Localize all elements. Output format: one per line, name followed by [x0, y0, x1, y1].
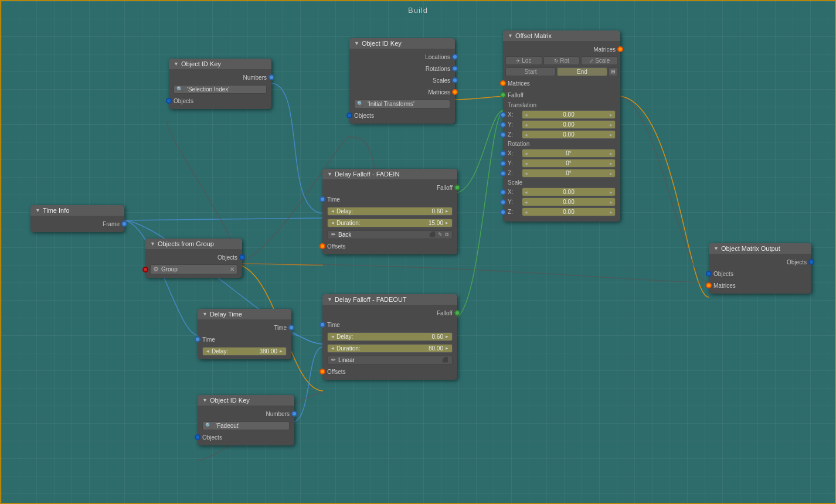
delay-falloff-fadeout-node: ▼ Delay Falloff - FADEOUT Falloff Time ◂…: [322, 294, 457, 380]
y-rot-socket[interactable]: [500, 161, 506, 166]
linear-dropdown[interactable]: ✏ Linear ⬛: [327, 356, 453, 365]
duration-field-fadein[interactable]: ◂ Duration: 15.00 ▸: [327, 219, 453, 227]
x-rot-field[interactable]: ◂ 0° ▸: [522, 149, 616, 158]
offsets-label-fadein: Offsets: [327, 243, 346, 250]
matrices-in-socket-output[interactable]: [706, 282, 712, 288]
z-trans-socket[interactable]: [500, 132, 506, 138]
x-trans-row: X: ◂ 0.00 ▸: [503, 110, 620, 120]
z-rot-field[interactable]: ◂ 0° ▸: [522, 169, 616, 178]
edit-icon-fadein[interactable]: ✎: [438, 231, 443, 237]
matrices-in-row-output: Matrices: [709, 280, 811, 291]
collapse-icon2[interactable]: ▼: [150, 241, 155, 247]
frame-socket-out[interactable]: [121, 221, 127, 227]
scales-socket[interactable]: [452, 77, 458, 83]
start-button[interactable]: Start: [505, 67, 556, 76]
matrices-out-socket[interactable]: [617, 46, 623, 52]
delay-label-fadein: Delay:: [337, 208, 353, 214]
clear-icon[interactable]: ✕: [230, 266, 235, 273]
locations-socket[interactable]: [452, 54, 458, 60]
x-scale-socket[interactable]: [500, 189, 506, 195]
object-id-key-1-node: ▼ Object ID Key Numbers 🔍 'Selection Ind…: [169, 59, 271, 109]
delay-field-delaytime[interactable]: ◂ Delay: 380.00 ▸: [202, 347, 287, 356]
objects-socket-in-2[interactable]: [346, 113, 352, 118]
group-field[interactable]: ⚙ Group ✕: [150, 264, 237, 274]
falloff-socket-fadeout[interactable]: [454, 310, 460, 316]
object-id-key-1-title: Object ID Key: [181, 60, 221, 67]
collapse-icon10[interactable]: ▼: [713, 246, 719, 251]
rotations-label: Rotations: [426, 66, 450, 72]
matrices-in-socket[interactable]: [500, 80, 506, 86]
falloff-socket-fadein[interactable]: [454, 185, 460, 190]
numbers-socket-out-3[interactable]: [291, 411, 297, 417]
collapse-icon3[interactable]: ▼: [174, 61, 179, 67]
objects-socket-in-3[interactable]: [195, 434, 200, 440]
z-scale-label: Z:: [508, 209, 519, 215]
collapse-icon9[interactable]: ▼: [508, 33, 513, 39]
z-scale-socket[interactable]: [500, 209, 506, 215]
matrices-socket-out[interactable]: [452, 89, 458, 95]
numbers-socket-out[interactable]: [269, 74, 274, 80]
window-title: Build: [408, 6, 428, 15]
objects-in-socket-output[interactable]: [706, 271, 712, 277]
rotations-socket[interactable]: [452, 66, 458, 71]
objects-in-label-output: Objects: [713, 271, 733, 277]
delay-field-fadein[interactable]: ◂ Delay: 0.60 ▸: [327, 207, 453, 216]
collapse-icon5[interactable]: ▼: [327, 171, 332, 177]
objects-in-row-1: Objects: [169, 95, 271, 107]
offsets-socket-fadein[interactable]: [320, 243, 325, 249]
collapse-icon8[interactable]: ▼: [202, 397, 208, 403]
z-rot-socket[interactable]: [500, 171, 506, 176]
collapse-icon7[interactable]: ▼: [202, 311, 208, 317]
object-id-key-3-title: Object ID Key: [210, 397, 250, 404]
copy-icon-fadein[interactable]: ⧉: [445, 231, 448, 238]
delay-value-fadeout: 0.60: [353, 333, 443, 340]
x-rot-arrow-r: ▸: [610, 151, 613, 156]
z-scale-field[interactable]: ◂ 0.00 ▸: [522, 207, 616, 216]
node-editor-canvas[interactable]: Build: [0, 0, 836, 504]
delay-row-fadein: ◂ Delay: 0.60 ▸: [322, 205, 457, 217]
time-in-socket-delaytime[interactable]: [195, 336, 200, 342]
y-scale-socket[interactable]: [500, 199, 506, 205]
objects-out-socket-output[interactable]: [808, 259, 814, 265]
initial-transforms-field[interactable]: 🔍 'Initial Transforms': [354, 100, 450, 108]
y-trans-label: Y:: [508, 121, 519, 128]
x-scale-field[interactable]: ◂ 0.00 ▸: [522, 188, 616, 196]
object-id-key-2-node: ▼ Object ID Key Locations Rotations Scal…: [349, 38, 455, 124]
falloff-out-row-fadein: Falloff: [322, 182, 457, 193]
objects-socket-out[interactable]: [239, 254, 245, 260]
back-dropdown[interactable]: ✏ Back ⬛ ✎ ⧉: [327, 230, 453, 239]
collapse-icon6[interactable]: ▼: [327, 297, 332, 302]
falloff-in-socket[interactable]: [500, 92, 506, 98]
x-trans-field[interactable]: ◂ 0.00 ▸: [522, 110, 616, 119]
fadeout-field[interactable]: 🔍 'Fadeout': [202, 421, 290, 430]
collapse-icon4[interactable]: ▼: [354, 40, 359, 46]
rot-tab[interactable]: ↻ Rot: [543, 56, 580, 65]
x-trans-socket[interactable]: [500, 112, 506, 118]
x-rot-socket[interactable]: [500, 151, 506, 156]
translation-section: Translation: [503, 101, 620, 110]
delay-row-delaytime: ◂ Delay: 380.00 ▸: [198, 345, 291, 357]
delay-label-fadeout: Delay:: [337, 333, 353, 340]
y-rot-field[interactable]: ◂ 0° ▸: [522, 159, 616, 168]
z-trans-field[interactable]: ◂ 0.00 ▸: [522, 130, 616, 139]
y-trans-field[interactable]: ◂ 0.00 ▸: [522, 120, 616, 129]
offset-matrix-header: ▼ Offset Matrix: [503, 30, 620, 41]
delay-field-fadeout[interactable]: ◂ Delay: 0.60 ▸: [327, 332, 453, 341]
scale-tab[interactable]: ⤢ Scale: [581, 56, 618, 65]
grid-icon[interactable]: ⊞: [609, 67, 618, 76]
time-socket-fadeout[interactable]: [320, 322, 325, 328]
duration-field-fadeout[interactable]: ◂ Duration: 80.00 ▸: [327, 344, 453, 353]
end-button[interactable]: End: [557, 67, 607, 76]
objects-socket-in-1[interactable]: [166, 98, 172, 104]
collapse-icon[interactable]: ▼: [35, 207, 40, 213]
time-out-socket[interactable]: [288, 325, 294, 331]
offsets-socket-fadeout[interactable]: [320, 369, 325, 374]
falloff-in-label: Falloff: [508, 92, 524, 98]
loc-tab[interactable]: ✈ Loc: [505, 56, 542, 65]
y-scale-field[interactable]: ◂ 0.00 ▸: [522, 197, 616, 206]
y-trans-socket[interactable]: [500, 122, 506, 128]
group-socket-in[interactable]: [142, 267, 148, 273]
time-socket-fadein[interactable]: [320, 196, 325, 202]
numbers-out-row: Numbers: [169, 71, 271, 83]
selection-index-field[interactable]: 🔍 'Selection Index': [174, 85, 267, 94]
